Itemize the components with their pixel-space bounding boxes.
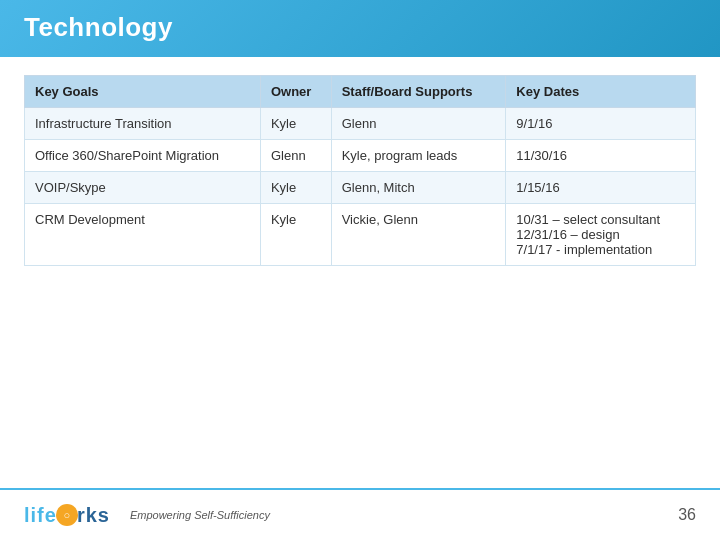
table-row: CRM DevelopmentKyleVickie, Glenn10/31 – … bbox=[25, 204, 696, 266]
logo: life ○ rks bbox=[24, 504, 110, 527]
table-row: Infrastructure TransitionKyleGlenn9/1/16 bbox=[25, 108, 696, 140]
logo-circle: ○ bbox=[56, 504, 78, 526]
col-header-goals: Key Goals bbox=[25, 76, 261, 108]
table-cell: Kyle, program leads bbox=[331, 140, 506, 172]
table-cell: 10/31 – select consultant12/31/16 – desi… bbox=[506, 204, 696, 266]
table-cell: 9/1/16 bbox=[506, 108, 696, 140]
table-cell: 11/30/16 bbox=[506, 140, 696, 172]
col-header-supports: Staff/Board Supports bbox=[331, 76, 506, 108]
table-cell: Office 360/SharePoint Migration bbox=[25, 140, 261, 172]
table-row: Office 360/SharePoint MigrationGlennKyle… bbox=[25, 140, 696, 172]
table-cell: Kyle bbox=[260, 204, 331, 266]
table-cell: VOIP/Skype bbox=[25, 172, 261, 204]
col-header-dates: Key Dates bbox=[506, 76, 696, 108]
table-header-row: Key Goals Owner Staff/Board Supports Key… bbox=[25, 76, 696, 108]
logo-part1: life bbox=[24, 504, 57, 527]
table-cell: Glenn, Mitch bbox=[331, 172, 506, 204]
table-cell: Kyle bbox=[260, 108, 331, 140]
tagline: Empowering Self-Sufficiency bbox=[130, 509, 270, 521]
table-cell: Vickie, Glenn bbox=[331, 204, 506, 266]
col-header-owner: Owner bbox=[260, 76, 331, 108]
technology-table: Key Goals Owner Staff/Board Supports Key… bbox=[24, 75, 696, 266]
logo-part3: rks bbox=[77, 504, 110, 527]
logo-area: life ○ rks Empowering Self-Sufficiency bbox=[24, 504, 270, 527]
table-row: VOIP/SkypeKyleGlenn, Mitch1/15/16 bbox=[25, 172, 696, 204]
table-cell: CRM Development bbox=[25, 204, 261, 266]
table-cell: Glenn bbox=[260, 140, 331, 172]
page-number: 36 bbox=[678, 506, 696, 524]
table-cell: Infrastructure Transition bbox=[25, 108, 261, 140]
table-cell: Glenn bbox=[331, 108, 506, 140]
content-area: Key Goals Owner Staff/Board Supports Key… bbox=[0, 57, 720, 276]
table-cell: Kyle bbox=[260, 172, 331, 204]
page-title: Technology bbox=[0, 0, 720, 57]
footer: life ○ rks Empowering Self-Sufficiency 3… bbox=[0, 488, 720, 540]
table-cell: 1/15/16 bbox=[506, 172, 696, 204]
